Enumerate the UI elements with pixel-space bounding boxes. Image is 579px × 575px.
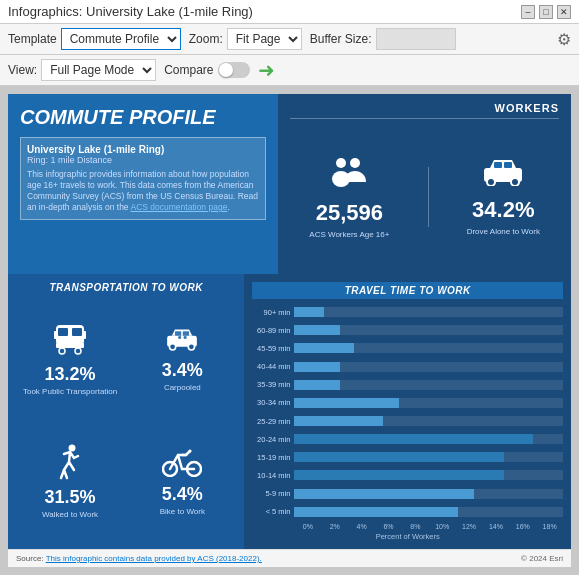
svg-rect-6 xyxy=(494,162,502,168)
public-transport-label: Took Public Transportation xyxy=(23,387,117,396)
svg-point-0 xyxy=(336,158,346,168)
bar-row: 5-9 min xyxy=(252,489,563,499)
bar-row: 35-39 min xyxy=(252,380,563,390)
source-link[interactable]: This infographic contains data provided … xyxy=(46,554,262,563)
bar-label: 5-9 min xyxy=(252,489,290,498)
bar-label: 90+ min xyxy=(252,308,290,317)
close-button[interactable]: ✕ xyxy=(557,5,571,19)
bar-label: 30-34 min xyxy=(252,398,290,407)
x-axis-label: 18% xyxy=(536,523,563,530)
bar-track xyxy=(294,398,563,408)
workers-count-stat: 25,596 ACS Workers Age 16+ xyxy=(309,155,389,239)
bar-track xyxy=(294,489,563,499)
svg-point-4 xyxy=(487,178,495,186)
acs-link[interactable]: ACS documentation page xyxy=(131,202,228,212)
workers-count-label: ACS Workers Age 16+ xyxy=(309,230,389,239)
svg-point-23 xyxy=(69,445,76,452)
svg-rect-7 xyxy=(504,162,512,168)
compare-label: Compare xyxy=(164,63,213,77)
travel-time-header: TRAVEL TIME TO WORK xyxy=(252,282,563,299)
info-box: University Lake (1-mile Ring) Ring: 1 mi… xyxy=(20,137,266,220)
x-axis: 0%2%4%6%8%10%12%14%16%18% xyxy=(252,523,563,530)
template-select[interactable]: Commute Profile xyxy=(61,28,181,50)
bar-label: 35-39 min xyxy=(252,380,290,389)
transportation-panel: TRANSPORTATION TO WORK xyxy=(8,274,244,549)
bike-icon xyxy=(162,447,202,482)
drive-alone-pct: 34.2% xyxy=(472,197,534,223)
bar-row: 60-89 min xyxy=(252,325,563,335)
carpool-pct: 3.4% xyxy=(162,360,203,381)
walk-icon xyxy=(56,444,84,485)
svg-rect-12 xyxy=(83,331,86,339)
bar-fill xyxy=(294,398,399,408)
restore-button[interactable]: □ xyxy=(539,5,553,19)
walk-pct: 31.5% xyxy=(45,487,96,508)
x-axis-label: 6% xyxy=(375,523,402,530)
navigate-button[interactable]: ➜ xyxy=(258,60,275,80)
workers-panel: WORKERS 25,596 xyxy=(278,94,571,274)
buffer-label: Buffer Size: xyxy=(310,32,372,46)
ring-info: Ring: 1 mile Distance xyxy=(27,155,259,165)
bar-track xyxy=(294,470,563,480)
buffer-input[interactable] xyxy=(376,28,456,50)
walk-item: 31.5% Walked to Work xyxy=(16,422,124,541)
gear-button[interactable]: ⚙ xyxy=(557,30,571,49)
zoom-group: Zoom: Fit Page xyxy=(189,28,302,50)
footer-source: Source: This infographic contains data p… xyxy=(16,554,262,563)
bike-label: Bike to Work xyxy=(160,507,205,516)
x-axis-label: 10% xyxy=(429,523,456,530)
transport-grid: 13.2% Took Public Transportation xyxy=(16,299,236,541)
svg-point-21 xyxy=(178,336,181,339)
walk-label: Walked to Work xyxy=(42,510,98,519)
svg-point-17 xyxy=(170,344,176,350)
bar-row: 15-19 min xyxy=(252,452,563,462)
top-section: COMMUTE PROFILE University Lake (1-mile … xyxy=(8,94,571,274)
toolbar-row2: View: Full Page Mode Compare ➜ xyxy=(0,55,579,86)
commute-profile-panel: COMMUTE PROFILE University Lake (1-mile … xyxy=(8,94,278,274)
bar-track xyxy=(294,380,563,390)
x-axis-label: 14% xyxy=(482,523,509,530)
svg-rect-11 xyxy=(54,331,57,339)
source-label: Source: xyxy=(16,554,44,563)
bar-fill xyxy=(294,434,533,444)
bar-fill xyxy=(294,380,340,390)
bar-label: < 5 min xyxy=(252,507,290,516)
template-group: Template Commute Profile xyxy=(8,28,181,50)
workers-icon xyxy=(329,155,369,196)
bar-row: 25-29 min xyxy=(252,416,563,426)
bar-label: 20-24 min xyxy=(252,435,290,444)
minimize-button[interactable]: – xyxy=(521,5,535,19)
bar-row: 45-59 min xyxy=(252,343,563,353)
svg-point-14 xyxy=(59,348,65,354)
transportation-header: TRANSPORTATION TO WORK xyxy=(16,282,236,293)
svg-point-26 xyxy=(189,450,192,453)
svg-point-2 xyxy=(350,158,360,168)
bike-pct: 5.4% xyxy=(162,484,203,505)
view-select[interactable]: Full Page Mode xyxy=(41,59,156,81)
car-icon xyxy=(480,158,526,193)
bar-label: 60-89 min xyxy=(252,326,290,335)
location-name: University Lake (1-mile Ring) xyxy=(27,144,259,155)
main-area: COMMUTE PROFILE University Lake (1-mile … xyxy=(0,86,579,575)
bar-track xyxy=(294,362,563,372)
buffer-group: Buffer Size: xyxy=(310,28,456,50)
title-bar: Infographics: University Lake (1-mile Ri… xyxy=(0,0,579,24)
bar-row: 30-34 min xyxy=(252,398,563,408)
bar-label: 25-29 min xyxy=(252,417,290,426)
carpool-icon xyxy=(164,325,200,358)
workers-count: 25,596 xyxy=(316,200,383,226)
commute-description: This infographic provides information ab… xyxy=(27,169,259,213)
bar-fill xyxy=(294,325,340,335)
svg-point-15 xyxy=(75,348,81,354)
footer-copyright: © 2024 Esri xyxy=(521,554,563,563)
infographic-panel: COMMUTE PROFILE University Lake (1-mile … xyxy=(8,94,571,567)
toolbar-row1: Template Commute Profile Zoom: Fit Page … xyxy=(0,24,579,55)
bar-track xyxy=(294,307,563,317)
public-transport-item: 13.2% Took Public Transportation xyxy=(16,299,124,418)
x-axis-label: 0% xyxy=(294,523,321,530)
svg-rect-19 xyxy=(175,331,181,336)
x-axis-label: 8% xyxy=(402,523,429,530)
compare-toggle[interactable] xyxy=(218,62,250,78)
zoom-select[interactable]: Fit Page xyxy=(227,28,302,50)
carpool-label: Carpooled xyxy=(164,383,201,392)
